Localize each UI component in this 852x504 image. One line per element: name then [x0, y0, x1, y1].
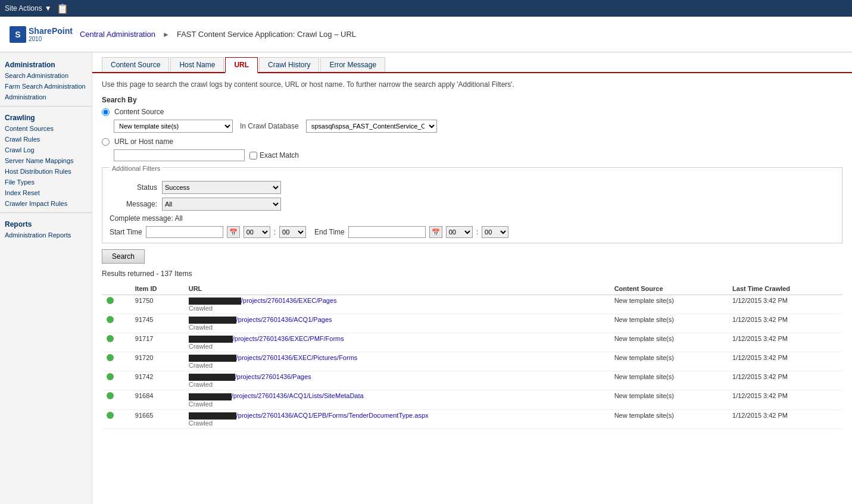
sidebar-item-server-name[interactable]: Server Name Mappings: [0, 155, 92, 166]
end-time-calendar-btn[interactable]: 📅: [429, 226, 442, 238]
url-link[interactable]: /projects/27601436/EXEC/Pages: [241, 297, 337, 304]
crawl-db-dropdown[interactable]: spsasql\spsa_FAST_ContentService_Cra: [306, 120, 437, 133]
search-by-title: Search By: [102, 96, 842, 104]
breadcrumb-sep: ►: [163, 30, 170, 39]
url-link[interactable]: /projects/27601436/Pages: [235, 373, 311, 380]
crawl-status: Crawled: [189, 305, 213, 312]
row-url: /projects/27601436/EXEC/Pages Crawled: [184, 295, 610, 314]
tab-error-message[interactable]: Error Message: [320, 57, 385, 72]
url-link[interactable]: /projects/27601436/ACQ1/EPB/Forms/Tender…: [236, 412, 429, 419]
sidebar-item-administration[interactable]: Administration: [0, 92, 92, 102]
search-button[interactable]: Search: [102, 249, 145, 264]
row-item-id: 91684: [130, 390, 184, 409]
row-content-source: New template site(s): [610, 371, 728, 390]
row-content-source: New template site(s): [610, 409, 728, 428]
message-label: Message:: [110, 200, 157, 208]
row-status-cell: [102, 409, 130, 428]
row-content-source: New template site(s): [610, 295, 728, 314]
url-redacted: [189, 336, 233, 343]
row-content-source: New template site(s): [610, 314, 728, 333]
row-status-cell: [102, 352, 130, 371]
row-content-source: New template site(s): [610, 352, 728, 371]
url-link[interactable]: /projects/27601436/ACQ1/Pages: [236, 316, 332, 323]
crawl-status: Crawled: [189, 343, 213, 350]
col-header-content-source: Content Source: [610, 283, 728, 295]
status-dropdown[interactable]: Success Warning Error All: [162, 181, 281, 194]
sidebar-item-crawler-impact[interactable]: Crawler Impact Rules: [0, 198, 92, 209]
central-admin-link[interactable]: Central Administration: [80, 30, 155, 39]
site-actions-arrow: ▼: [45, 4, 52, 12]
main-content: Content Source Host Name URL Crawl Histo…: [92, 52, 852, 504]
row-last-crawled: 1/12/2015 3:42 PM: [728, 390, 842, 409]
row-status-cell: [102, 371, 130, 390]
sidebar-item-search-admin[interactable]: Search Administration: [0, 70, 92, 81]
site-actions-label: Site Actions: [5, 4, 42, 12]
col-header-status: [102, 283, 130, 295]
content-source-row: New template site(s) In Crawl Database s…: [114, 120, 842, 133]
sidebar-item-content-sources[interactable]: Content Sources: [0, 123, 92, 134]
url-link[interactable]: /projects/27601436/ACQ1/Lists/SiteMetaDa…: [232, 392, 364, 399]
site-actions-button[interactable]: Site Actions ▼: [5, 4, 52, 12]
search-by-section: Search By Content Source New template si…: [102, 96, 842, 161]
row-url: /projects/27601436/EXEC/Pictures/Forms C…: [184, 352, 610, 371]
start-time-calendar-btn[interactable]: 📅: [227, 226, 240, 238]
tab-crawl-history[interactable]: Crawl History: [259, 57, 319, 72]
row-item-id: 91750: [130, 295, 184, 314]
message-filter-row: Message: All: [110, 198, 835, 211]
url-redacted: [189, 355, 236, 362]
results-count: Results returned - 137 Items: [102, 270, 842, 278]
status-dot: [107, 392, 114, 399]
col-header-url: URL: [184, 283, 610, 295]
message-dropdown[interactable]: All: [162, 198, 281, 211]
top-bar: Site Actions ▼ 📋: [0, 0, 852, 17]
status-filter-row: Status Success Warning Error All: [110, 181, 835, 194]
row-status-cell: [102, 314, 130, 333]
end-time-input[interactable]: [348, 226, 426, 238]
content-source-radio[interactable]: [102, 108, 110, 116]
table-row: 91750 /projects/27601436/EXEC/Pages Craw…: [102, 295, 842, 314]
reports-section-header: Reports: [0, 217, 92, 230]
row-status-cell: [102, 390, 130, 409]
logo-year: 2010: [29, 36, 73, 42]
tab-url[interactable]: URL: [225, 57, 258, 73]
start-min-select[interactable]: 00153045: [279, 226, 306, 238]
time-row: Start Time 📅 00010203 : 00153045 End Tim…: [110, 226, 835, 238]
row-url: /projects/27601436/ACQ1/EPB/Forms/Tender…: [184, 409, 610, 428]
row-content-source: New template site(s): [610, 390, 728, 409]
url-input[interactable]: [114, 149, 245, 161]
table-row: 91684 /projects/27601436/ACQ1/Lists/Site…: [102, 390, 842, 409]
status-dot: [107, 316, 114, 323]
status-dot: [107, 412, 114, 419]
content-source-dropdown[interactable]: New template site(s): [114, 120, 233, 133]
sidebar-item-crawl-rules[interactable]: Crawl Rules: [0, 134, 92, 145]
url-redacted: [189, 393, 232, 400]
exact-match-checkbox[interactable]: [249, 152, 257, 159]
sidebar-item-crawl-log[interactable]: Crawl Log: [0, 145, 92, 155]
row-item-id: 91745: [130, 314, 184, 333]
sidebar-item-file-types[interactable]: File Types: [0, 177, 92, 187]
row-last-crawled: 1/12/2015 3:42 PM: [728, 352, 842, 371]
content-area: Use this page to search the crawl logs b…: [92, 73, 852, 436]
sidebar: Administration Search Administration Far…: [0, 52, 92, 504]
start-time-input[interactable]: [146, 226, 223, 238]
logo-text: SharePoint: [29, 26, 73, 36]
sidebar-item-farm-search[interactable]: Farm Search Administration: [0, 81, 92, 92]
url-host-radio[interactable]: [102, 138, 110, 146]
start-hour-select[interactable]: 00010203: [244, 226, 270, 238]
url-input-row: Exact Match: [114, 149, 842, 161]
tab-content-source[interactable]: Content Source: [102, 57, 169, 72]
url-redacted: [189, 412, 236, 420]
crawl-status: Crawled: [189, 381, 213, 388]
end-hour-select[interactable]: 00010203: [446, 226, 473, 238]
tab-host-name[interactable]: Host Name: [170, 57, 224, 72]
sidebar-item-index-reset[interactable]: Index Reset: [0, 187, 92, 198]
crawling-section-header: Crawling: [0, 110, 92, 123]
sidebar-item-host-dist[interactable]: Host Distribution Rules: [0, 166, 92, 177]
row-status-cell: [102, 333, 130, 352]
row-last-crawled: 1/12/2015 3:42 PM: [728, 314, 842, 333]
end-min-select[interactable]: 00153045: [482, 226, 508, 238]
sharepoint-icon: S: [10, 26, 26, 43]
sidebar-item-admin-reports[interactable]: Administration Reports: [0, 230, 92, 240]
url-link[interactable]: /projects/27601436/EXEC/PMF/Forms: [233, 335, 344, 342]
url-link[interactable]: /projects/27601436/EXEC/Pictures/Forms: [236, 354, 358, 361]
